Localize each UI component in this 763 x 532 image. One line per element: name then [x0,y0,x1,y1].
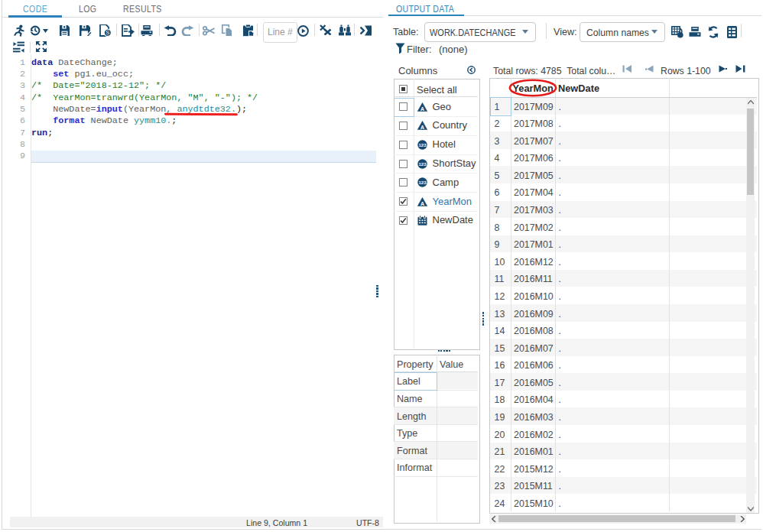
svg-text:A: A [420,125,424,130]
svg-text:123: 123 [418,143,427,148]
svg-text:123: 123 [418,162,427,167]
svg-text:A: A [420,105,424,111]
svg-text:S: S [106,29,109,36]
svg-text:123: 123 [418,180,427,185]
svg-text:A: A [420,200,424,206]
